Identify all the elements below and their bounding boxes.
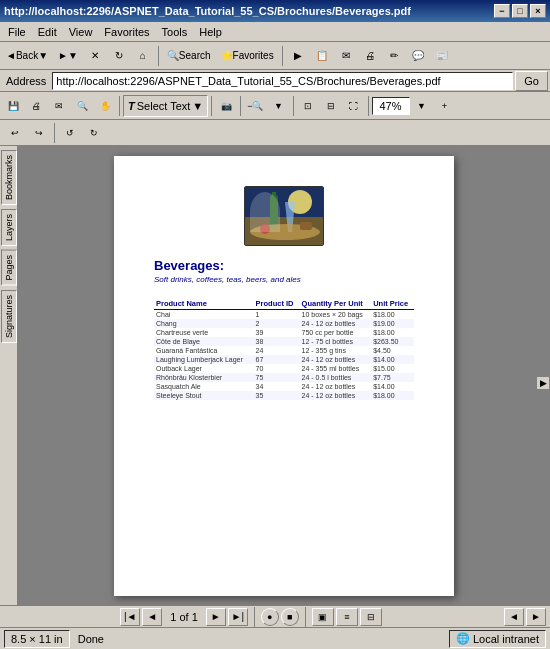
table-cell: $14.00 [371, 355, 414, 364]
maximize-button[interactable]: □ [512, 4, 528, 18]
table-cell: 24 - 12 oz bottles [300, 355, 372, 364]
pdf-rotate-left-button[interactable]: ↺ [59, 122, 81, 144]
first-page-button[interactable]: |◄ [120, 608, 140, 626]
pdf-redo-button[interactable]: ↪ [28, 122, 50, 144]
title-bar: http://localhost:2296/ASPNET_Data_Tutori… [0, 0, 550, 22]
zoom-dropdown-btn[interactable]: ▼ [411, 95, 433, 117]
pdf-search-button[interactable]: 🔍 [71, 95, 93, 117]
table-row: Guaraná Fantástica2412 - 355 g tins$4.50 [154, 346, 414, 355]
menu-edit[interactable]: Edit [32, 25, 63, 39]
next-page-button[interactable]: ► [206, 608, 226, 626]
pdf-email-button[interactable]: ✉ [48, 95, 70, 117]
pdf-fit-page-button[interactable]: ⊡ [297, 95, 319, 117]
scroll-right-button[interactable]: ▶ [536, 376, 550, 390]
single-page-view-button[interactable]: ▣ [312, 608, 334, 626]
zone-status: 🌐 Local intranet [449, 630, 546, 648]
pdf-zoom-out-button[interactable]: −🔍 [244, 95, 266, 117]
pdf-zoom-dropdown-button[interactable]: ▼ [268, 95, 290, 117]
go-button[interactable]: Go [515, 71, 548, 91]
table-cell: 34 [254, 382, 300, 391]
menu-file[interactable]: File [2, 25, 32, 39]
sidebar-tab-layers[interactable]: Layers [1, 209, 17, 246]
table-row: Chang224 - 12 oz bottles$19.00 [154, 319, 414, 328]
select-text-button[interactable]: T Select Text ▼ [123, 95, 208, 117]
prev-page-button[interactable]: ◄ [142, 608, 162, 626]
left-sidebar: Bookmarks Layers Pages Signatures [0, 146, 18, 605]
navigation-toolbar: ◄ Back ▼ ►▼ ✕ ↻ ⌂ 🔍 Search ⭐ Favorites ▶… [0, 42, 550, 70]
facing-view-button[interactable]: ⊟ [360, 608, 382, 626]
pdf-sep2 [211, 96, 212, 116]
sidebar-tab-bookmarks[interactable]: Bookmarks [1, 150, 17, 205]
continuous-view-button[interactable]: ≡ [336, 608, 358, 626]
page-size-status: 8.5 × 11 in [4, 630, 70, 648]
print-button[interactable]: 🖨 [359, 45, 381, 67]
favorites-button[interactable]: ⭐ Favorites [217, 45, 278, 67]
minimize-button[interactable]: − [494, 4, 510, 18]
table-row: Laughing Lumberjack Lager6724 - 12 oz bo… [154, 355, 414, 364]
play-button[interactable]: ● [261, 608, 279, 626]
stop-button[interactable]: ■ [281, 608, 299, 626]
svg-rect-4 [272, 192, 276, 198]
table-cell: Chang [154, 319, 254, 328]
menu-tools[interactable]: Tools [156, 25, 194, 39]
sidebar-tab-signatures[interactable]: Signatures [1, 290, 17, 343]
address-bar: Address Go [0, 70, 550, 92]
menu-view[interactable]: View [63, 25, 99, 39]
menu-favorites[interactable]: Favorites [98, 25, 155, 39]
nav-left-button[interactable]: ◄ [504, 608, 524, 626]
pdf-fit-width-button[interactable]: ⊟ [320, 95, 342, 117]
address-input[interactable] [52, 72, 513, 90]
pdf-nav-bar: |◄ ◄ 1 of 1 ► ►| ● ■ ▣ ≡ ⊟ ◄ ► [0, 605, 550, 627]
zoom-in-button[interactable]: + [434, 95, 456, 117]
pdf-save-button[interactable]: 💾 [2, 95, 24, 117]
msn-button[interactable]: 📰 [431, 45, 453, 67]
mail-button[interactable]: ✉ [335, 45, 357, 67]
sidebar-tab-pages[interactable]: Pages [1, 250, 17, 286]
pdf-title: Beverages: [154, 258, 414, 273]
pdf-undo-button[interactable]: ↩ [4, 122, 26, 144]
table-cell: 1 [254, 310, 300, 320]
separator1 [158, 46, 159, 66]
table-cell: $18.00 [371, 310, 414, 320]
pdf-header-image [154, 186, 414, 246]
pdf-sep3 [240, 96, 241, 116]
media-button[interactable]: ▶ [287, 45, 309, 67]
table-row: Sasquatch Ale3424 - 12 oz bottles$14.00 [154, 382, 414, 391]
close-button[interactable]: × [530, 4, 546, 18]
pdf-page: Beverages: Soft drinks, coffees, teas, b… [114, 156, 454, 596]
table-cell: 38 [254, 337, 300, 346]
menu-help[interactable]: Help [193, 25, 228, 39]
edit-button[interactable]: ✏ [383, 45, 405, 67]
window-controls: − □ × [494, 4, 546, 18]
pdf-area[interactable]: ▶ [18, 146, 550, 605]
back-button[interactable]: ◄ Back ▼ [2, 45, 52, 67]
table-cell: $4.50 [371, 346, 414, 355]
svg-rect-8 [300, 222, 312, 230]
table-cell: Guaraná Fantástica [154, 346, 254, 355]
table-cell: $7.75 [371, 373, 414, 382]
table-cell: $19.00 [371, 319, 414, 328]
col-header-price: Unit Price [371, 298, 414, 310]
history-button[interactable]: 📋 [311, 45, 333, 67]
last-page-button[interactable]: ►| [228, 608, 248, 626]
refresh-button[interactable]: ↻ [108, 45, 130, 67]
table-cell: 39 [254, 328, 300, 337]
col-header-product-id: Product ID [254, 298, 300, 310]
table-cell: 12 - 75 cl bottles [300, 337, 372, 346]
nav-right-button[interactable]: ► [526, 608, 546, 626]
table-row: Côte de Blaye3812 - 75 cl bottles$263.50 [154, 337, 414, 346]
pdf-full-screen-button[interactable]: ⛶ [343, 95, 365, 117]
discuss-button[interactable]: 💬 [407, 45, 429, 67]
forward-button[interactable]: ►▼ [54, 45, 82, 67]
search-button[interactable]: 🔍 Search [163, 45, 215, 67]
zoom-input[interactable] [372, 97, 410, 115]
menu-bar: File Edit View Favorites Tools Help [0, 22, 550, 42]
pdf-snapshot-button[interactable]: 📷 [215, 95, 237, 117]
pdf-sep6 [54, 123, 55, 143]
pdf-rotate-right-button[interactable]: ↻ [83, 122, 105, 144]
pdf-pan-button[interactable]: ✋ [94, 95, 116, 117]
pdf-print-button[interactable]: 🖨 [25, 95, 47, 117]
nav-sep2 [305, 607, 306, 627]
home-button[interactable]: ⌂ [132, 45, 154, 67]
stop-button[interactable]: ✕ [84, 45, 106, 67]
